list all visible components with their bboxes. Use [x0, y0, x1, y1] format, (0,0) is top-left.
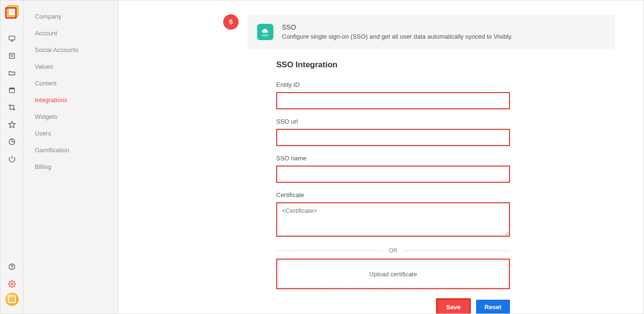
- sidebar-item-gamification[interactable]: Gamification: [23, 142, 118, 158]
- sidebar-item-label: Values: [35, 63, 53, 70]
- calendar-icon[interactable]: [0, 82, 23, 99]
- list-icon[interactable]: [0, 47, 23, 64]
- section-title: SSO Integration: [276, 60, 510, 70]
- header-description: Configure single sign-on (SSO) and get a…: [282, 33, 513, 40]
- sso-url-label: SSO url: [276, 118, 510, 125]
- svg-point-15: [11, 283, 13, 285]
- save-button[interactable]: Save: [437, 300, 469, 314]
- sso-cloud-icon: SSO: [257, 24, 273, 40]
- step-number: 5: [229, 18, 233, 26]
- reset-button[interactable]: Reset: [476, 300, 510, 314]
- settings-sidebar: Company Account Social Accounts Values C…: [23, 0, 119, 314]
- sidebar-item-label: Gamification: [35, 147, 69, 154]
- power-icon[interactable]: [0, 150, 23, 167]
- sidebar-item-integrations[interactable]: Integrations: [23, 92, 118, 108]
- or-divider: OR: [276, 247, 510, 254]
- sidebar-item-label: Content: [35, 80, 57, 87]
- sidebar-item-label: Social Accounts: [35, 46, 79, 53]
- sidebar-item-users[interactable]: Users: [23, 125, 118, 142]
- entity-id-input[interactable]: [276, 92, 510, 109]
- sidebar-item-social-accounts[interactable]: Social Accounts: [23, 42, 118, 58]
- sidebar-item-label: Integrations: [35, 96, 67, 104]
- svg-rect-7: [9, 88, 14, 89]
- sidebar-item-content[interactable]: Content: [23, 75, 118, 92]
- step-badge: 5: [224, 15, 238, 29]
- sso-name-input[interactable]: [276, 166, 510, 183]
- main-content: 5 SSO SSO Configure single sign-on (SSO)…: [119, 0, 644, 314]
- crop-icon[interactable]: [0, 99, 23, 116]
- or-text: OR: [389, 247, 397, 254]
- sidebar-item-label: Billing: [35, 163, 52, 170]
- sso-name-label: SSO name: [276, 155, 510, 162]
- sso-url-input[interactable]: [276, 129, 510, 146]
- monitor-icon[interactable]: [0, 30, 23, 47]
- header-title: SSO: [282, 23, 513, 31]
- folder-icon[interactable]: [0, 64, 23, 82]
- sidebar-item-label: Account: [35, 30, 57, 37]
- avatar[interactable]: [5, 293, 19, 306]
- svg-marker-10: [9, 121, 15, 127]
- integration-header-card: SSO SSO Configure single sign-on (SSO) a…: [248, 15, 615, 49]
- sidebar-item-label: Widgets: [35, 113, 57, 120]
- sidebar-item-billing[interactable]: Billing: [23, 158, 118, 175]
- svg-point-14: [11, 268, 12, 269]
- certificate-textarea[interactable]: [276, 202, 510, 237]
- icon-rail: [0, 0, 23, 314]
- sidebar-item-widgets[interactable]: Widgets: [23, 108, 118, 125]
- sidebar-item-company[interactable]: Company: [23, 8, 118, 25]
- sidebar-item-label: Users: [35, 130, 51, 137]
- sso-icon-text: SSO: [262, 34, 269, 37]
- sidebar-item-account[interactable]: Account: [23, 25, 118, 42]
- pie-icon[interactable]: [0, 133, 23, 150]
- star-icon[interactable]: [0, 116, 23, 133]
- settings-icon[interactable]: [0, 275, 23, 293]
- svg-rect-0: [9, 36, 15, 40]
- sidebar-item-label: Company: [35, 13, 62, 20]
- certificate-label: Certificate: [276, 191, 510, 199]
- help-icon[interactable]: [0, 258, 23, 275]
- sso-form: SSO Integration Entity ID SSO url SSO na…: [276, 60, 510, 314]
- upload-certificate-zone[interactable]: Upload certificate: [276, 259, 510, 289]
- sidebar-item-values[interactable]: Values: [23, 58, 118, 75]
- upload-label: Upload certificate: [369, 271, 417, 278]
- app-logo[interactable]: [5, 5, 19, 19]
- entity-id-label: Entity ID: [276, 81, 510, 88]
